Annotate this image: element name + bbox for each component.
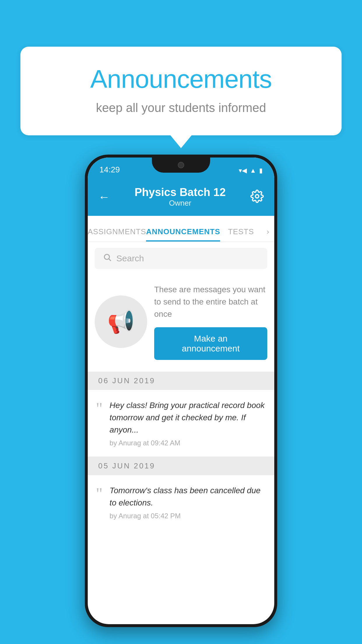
promo-description: These are messages you want to send to t…: [154, 284, 267, 320]
search-placeholder-text: Search: [116, 253, 144, 263]
battery-icon: ▮: [259, 167, 263, 174]
settings-button[interactable]: [250, 190, 264, 204]
gear-icon: [250, 190, 264, 203]
tab-more[interactable]: ›: [262, 227, 274, 242]
date-separator-1: 06 JUN 2019: [88, 372, 274, 390]
search-icon: [103, 253, 112, 264]
signal-icon: ▲: [250, 167, 256, 174]
announcement-text-2: Tomorrow's class has been cancelled due …: [110, 484, 266, 520]
tab-announcements[interactable]: ANNOUNCEMENTS: [146, 227, 220, 242]
quote-icon-2: ": [96, 486, 103, 502]
app-header: ← Physics Batch 12 Owner: [88, 178, 274, 216]
date-separator-2: 05 JUN 2019: [88, 457, 274, 475]
status-icons: ▾◀ ▲ ▮: [239, 167, 263, 174]
announcement-meta-2: by Anurag at 05:42 PM: [110, 512, 266, 520]
make-announcement-button[interactable]: Make an announcement: [154, 327, 267, 360]
promo-right: These are messages you want to send to t…: [154, 284, 267, 360]
announcement-message-2: Tomorrow's class has been cancelled due …: [110, 484, 266, 509]
batch-title: Physics Batch 12: [135, 186, 226, 199]
phone-outer: 14:29 ▾◀ ▲ ▮ ← Physics Batch 12 Owner: [85, 155, 277, 627]
megaphone-icon: 📢: [107, 309, 135, 335]
header-center: Physics Batch 12 Owner: [135, 186, 226, 208]
wifi-icon: ▾◀: [239, 167, 247, 174]
search-bar[interactable]: Search: [95, 248, 267, 269]
camera-lens: [178, 162, 184, 168]
tab-tests[interactable]: TESTS: [220, 227, 262, 242]
announcement-meta-1: by Anurag at 09:42 AM: [110, 439, 266, 447]
announcement-icon-circle: 📢: [95, 295, 147, 348]
speech-bubble-title: Announcements: [44, 64, 318, 94]
announcement-message-1: Hey class! Bring your practical record b…: [110, 399, 266, 436]
announcement-item-2[interactable]: " Tomorrow's class has been cancelled du…: [88, 475, 274, 529]
svg-point-0: [255, 195, 259, 198]
quote-icon-1: ": [96, 400, 103, 417]
back-button[interactable]: ←: [98, 190, 110, 204]
tab-assignments[interactable]: ASSIGNMENTS: [88, 227, 146, 242]
svg-point-1: [104, 254, 110, 260]
phone-screen: 14:29 ▾◀ ▲ ▮ ← Physics Batch 12 Owner: [88, 158, 274, 624]
tab-bar: ASSIGNMENTS ANNOUNCEMENTS TESTS ›: [88, 216, 274, 242]
phone-notch: [152, 158, 210, 173]
phone-mockup: 14:29 ▾◀ ▲ ▮ ← Physics Batch 12 Owner: [85, 155, 277, 627]
owner-label: Owner: [135, 199, 226, 208]
status-time: 14:29: [99, 165, 120, 174]
speech-bubble-container: Announcements keep all your students inf…: [20, 47, 342, 135]
announcement-promo-section: 📢 These are messages you want to send to…: [88, 275, 274, 372]
svg-line-2: [109, 259, 111, 261]
speech-bubble-subtitle: keep all your students informed: [44, 101, 318, 115]
announcement-item-1[interactable]: " Hey class! Bring your practical record…: [88, 390, 274, 457]
speech-bubble: Announcements keep all your students inf…: [20, 47, 342, 135]
announcement-text-1: Hey class! Bring your practical record b…: [110, 399, 266, 447]
